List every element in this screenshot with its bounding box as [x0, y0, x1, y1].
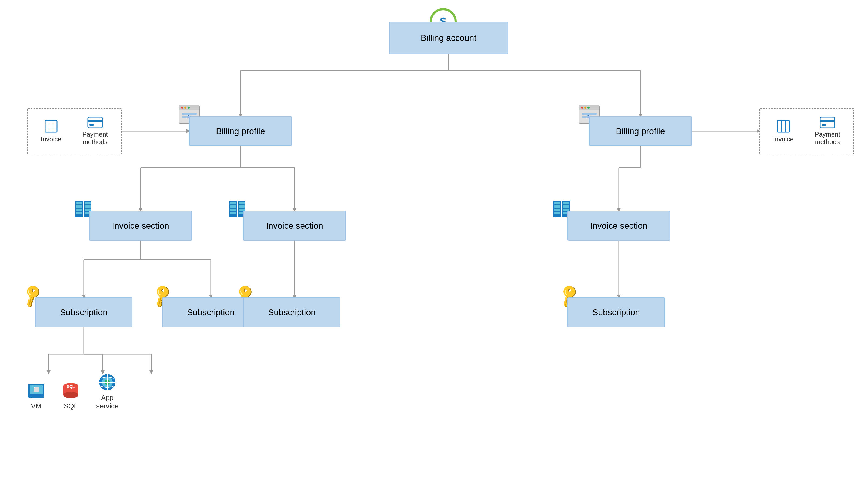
svg-point-45 [181, 106, 183, 109]
subscription-2-label: Subscription [187, 308, 235, 317]
svg-rect-66 [90, 124, 94, 126]
svg-rect-108 [31, 397, 41, 398]
billing-account-label: Billing account [421, 33, 477, 43]
invoice-label-right: Invoice [773, 136, 794, 143]
invoice-section-1-node: Invoice section [89, 211, 192, 241]
svg-rect-77 [76, 205, 82, 207]
svg-rect-99 [554, 212, 560, 214]
svg-rect-88 [230, 209, 236, 211]
subscription-4-node: Subscription [567, 297, 665, 327]
sql-label: SQL [64, 402, 78, 410]
payment-label-left: Paymentmethods [82, 130, 108, 146]
svg-rect-93 [239, 209, 245, 211]
billing-profile-right-node: Billing profile [589, 116, 692, 146]
invoice-section-2-node: Invoice section [243, 211, 346, 241]
svg-rect-49 [182, 113, 197, 115]
svg-rect-82 [84, 205, 91, 207]
svg-rect-101 [563, 202, 569, 204]
vm-label: VM [31, 402, 42, 410]
svg-rect-81 [84, 202, 91, 204]
svg-rect-59 [45, 120, 57, 132]
app-service-resource: Appservice [96, 373, 118, 410]
billing-profile-left-label: Billing profile [216, 126, 265, 136]
connectors-svg [0, 0, 868, 492]
subscription-3-node: Subscription [243, 297, 340, 327]
svg-rect-73 [820, 120, 835, 122]
svg-rect-67 [777, 120, 789, 132]
payment-label-right: Paymentmethods [815, 130, 840, 146]
svg-rect-87 [230, 205, 236, 207]
subscription-1-node: Subscription [35, 297, 132, 327]
subscription-1-label: Subscription [60, 308, 107, 317]
invoice-label-left: Invoice [41, 136, 61, 143]
dashed-box-left: Invoice Paymentmethods [27, 108, 122, 154]
svg-rect-96 [554, 202, 560, 204]
svg-rect-102 [563, 205, 569, 207]
svg-rect-92 [239, 205, 245, 207]
app-service-label: Appservice [96, 394, 118, 410]
resource-icons-group: ⬜ VM SQL SQL [27, 373, 118, 410]
svg-rect-65 [88, 120, 102, 122]
invoice-item-right: Invoice [773, 119, 794, 143]
svg-rect-79 [76, 212, 82, 214]
billing-account-node: Billing account [389, 22, 508, 54]
svg-point-47 [187, 106, 190, 109]
svg-text:⬜: ⬜ [33, 387, 40, 393]
svg-rect-89 [230, 212, 236, 214]
svg-rect-74 [822, 124, 826, 126]
payment-item-left: Paymentmethods [82, 117, 108, 146]
svg-point-46 [184, 106, 186, 109]
invoice-section-3-node: Invoice section [567, 211, 670, 241]
svg-rect-76 [76, 202, 82, 204]
dashed-box-right: Invoice Paymentmethods [759, 108, 854, 154]
vm-resource: ⬜ VM [27, 382, 45, 410]
diagram: Billing account $ Billing profile $ [0, 0, 868, 492]
invoice-section-3-label: Invoice section [590, 221, 647, 231]
svg-rect-78 [76, 209, 82, 211]
subscription-4-label: Subscription [592, 308, 640, 317]
svg-point-53 [581, 106, 583, 109]
billing-profile-left-node: Billing profile [189, 116, 292, 146]
invoice-section-2-label: Invoice section [266, 221, 323, 231]
svg-rect-97 [554, 205, 560, 207]
svg-rect-103 [563, 209, 569, 211]
invoice-item-left: Invoice [41, 119, 61, 143]
sql-resource: SQL SQL [61, 382, 80, 410]
svg-marker-38 [149, 370, 153, 374]
payment-item-right: Paymentmethods [815, 117, 840, 146]
subscription-3-label: Subscription [268, 308, 316, 317]
svg-rect-57 [582, 113, 597, 115]
svg-point-54 [584, 106, 586, 109]
invoice-section-1-label: Invoice section [112, 221, 169, 231]
svg-rect-83 [84, 209, 91, 211]
svg-rect-98 [554, 209, 560, 211]
billing-profile-right-label: Billing profile [616, 126, 665, 136]
svg-text:SQL: SQL [67, 385, 75, 389]
svg-point-112 [63, 392, 78, 398]
svg-rect-86 [230, 202, 236, 204]
svg-rect-91 [239, 202, 245, 204]
svg-point-55 [587, 106, 590, 109]
